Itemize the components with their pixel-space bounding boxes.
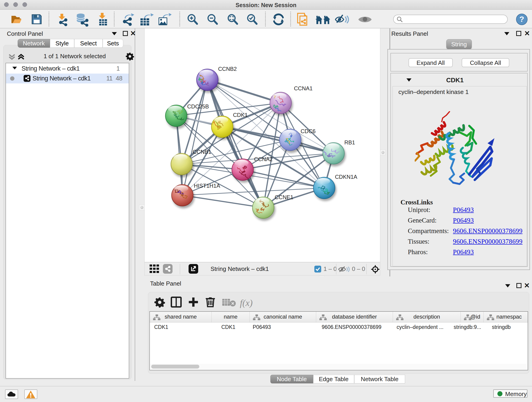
svg-text:CCNA1: CCNA1 bbox=[294, 85, 312, 91]
svg-text:CCNB1: CCNB1 bbox=[193, 149, 211, 155]
svg-text:CDC6: CDC6 bbox=[301, 128, 316, 134]
svg-text:RB1: RB1 bbox=[344, 139, 355, 146]
svg-text:CCNB2: CCNB2 bbox=[218, 66, 237, 72]
svg-text:CDKN1A: CDKN1A bbox=[335, 174, 357, 180]
svg-text:CDC25B: CDC25B bbox=[187, 103, 209, 109]
svg-text:HIST1H1A: HIST1H1A bbox=[194, 183, 220, 189]
svg-text:?: ? bbox=[519, 15, 524, 23]
svg-text:CDK1: CDK1 bbox=[233, 112, 248, 118]
svg-text:CCNA2: CCNA2 bbox=[254, 156, 273, 162]
svg-text:CCNE1: CCNE1 bbox=[275, 194, 293, 200]
